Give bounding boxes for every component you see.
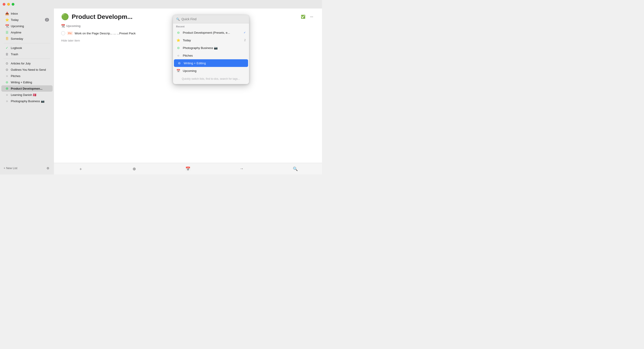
new-list-label: + New List: [4, 166, 17, 170]
qf-item-label: Upcoming: [183, 69, 246, 72]
circle-green-icon: ⊖: [176, 30, 181, 35]
divider: [4, 59, 50, 59]
sidebar-item-label: Anytime: [11, 31, 21, 34]
divider: [4, 43, 50, 43]
main-content: 🟢 Product Developm... ✅ ··· 📆 Upcoming F…: [54, 8, 322, 174]
qf-item-label: Today: [183, 39, 242, 42]
calendar-red-icon: 📅: [176, 68, 181, 73]
sidebar-item-upcoming[interactable]: 📆 Upcoming: [1, 23, 52, 29]
sidebar-item-label: Inbox: [11, 12, 18, 15]
arrow-right-icon: →: [240, 166, 244, 171]
star-icon: ⭐: [5, 18, 9, 22]
sidebar-item-articles-july[interactable]: ⊙ Articles for July: [1, 60, 52, 66]
plus-icon: ＋: [79, 166, 83, 172]
filter-icon[interactable]: ⚙: [45, 166, 51, 171]
qf-item-badge: 2: [244, 39, 246, 42]
dot-icon: ⊙: [5, 68, 9, 72]
sidebar: 📥 Inbox ⭐ Today 2 📆 Upcoming ☰ Anytime 🗄…: [0, 8, 54, 174]
calendar-icon: 📆: [61, 24, 65, 28]
sidebar-item-label: Articles for July: [11, 62, 30, 65]
page-title: Product Developm...: [72, 13, 132, 20]
qf-item-today[interactable]: ⭐ Today 2: [173, 36, 249, 44]
circle-green-icon: ⊖: [176, 45, 181, 50]
anytime-icon: ☰: [5, 30, 9, 34]
quick-find-popup: 🔍 Recent ⊖ Product Development (Presets,…: [173, 15, 249, 84]
dot-icon: ⊙: [5, 61, 9, 65]
search-button[interactable]: 🔍: [291, 164, 300, 173]
sidebar-item-inbox[interactable]: 📥 Inbox: [1, 10, 52, 17]
qf-item-writing-editing[interactable]: ⊖ Writing + Editing: [174, 59, 248, 67]
sidebar-item-photography-business[interactable]: ○ Photography Business 📷: [1, 98, 52, 104]
quick-find-hint: Quickly switch lists, find to-dos, searc…: [173, 74, 249, 84]
trash-icon: 🗑: [5, 52, 9, 56]
sidebar-item-label: Upcoming: [11, 24, 24, 28]
search-row: 🔍: [173, 15, 249, 23]
sidebar-item-outlines[interactable]: ⊙ Outlines You Need to Send: [1, 66, 52, 73]
star-icon: ⭐: [176, 38, 181, 42]
qf-item-upcoming[interactable]: 📅 Upcoming: [173, 67, 249, 74]
sidebar-item-logbook[interactable]: ✓ Logbook: [1, 45, 52, 51]
circle-icon: ○: [5, 93, 9, 97]
circle-outline-icon: ○: [176, 53, 181, 58]
things-icon: ✅: [300, 14, 306, 20]
add-todo-button[interactable]: ＋: [76, 164, 85, 173]
calendar-view-button[interactable]: 📅: [183, 164, 192, 173]
sidebar-item-label: Trash: [11, 52, 18, 56]
header-actions: ✅ ···: [300, 14, 315, 20]
sidebar-item-label: Photography Business 📷: [11, 99, 44, 103]
sidebar-item-label: Today: [11, 18, 19, 21]
new-list-button[interactable]: + New List: [3, 165, 18, 171]
sidebar-item-learning-danish[interactable]: ○ Learning Danish 🇩🇰: [1, 92, 52, 98]
circle-filled-icon: ⊖: [5, 86, 9, 90]
upcoming-icon: 📆: [5, 24, 9, 28]
sidebar-item-label: Outlines You Need to Send: [11, 68, 46, 71]
search-icon: 🔍: [293, 166, 298, 171]
circle-plus-icon: ⊕: [132, 166, 136, 171]
task-text: Work on the Page Descrip... ... ...Prese…: [74, 32, 136, 35]
someday-icon: 🗄: [5, 37, 9, 41]
sidebar-item-pitches[interactable]: ○ Pitches: [1, 73, 52, 79]
qf-item-label: Product Development (Presets, e...: [183, 31, 241, 34]
forward-button[interactable]: →: [237, 164, 246, 173]
sidebar-item-today[interactable]: ⭐ Today 2: [1, 17, 52, 23]
circle-filled-icon: ⊖: [5, 80, 9, 84]
qf-item-photography-business[interactable]: ⊖ Photography Business 📷: [173, 44, 249, 52]
recent-label: Recent: [173, 23, 249, 29]
qf-item-label: Photography Business 📷: [183, 46, 246, 50]
titlebar: [0, 0, 322, 8]
maximize-button[interactable]: [12, 3, 14, 5]
circle-green-icon: ⊖: [177, 61, 182, 65]
inbox-icon: 📥: [5, 11, 9, 15]
minimize-button[interactable]: [7, 3, 10, 5]
search-icon: 🔍: [176, 17, 180, 21]
sidebar-item-product-development[interactable]: ⊖ Product Developmen...: [1, 85, 52, 92]
check-icon: ✓: [244, 31, 246, 34]
sidebar-item-label: Logbook: [11, 46, 22, 50]
sidebar-item-label: Product Developmen...: [11, 87, 42, 90]
bottom-toolbar: ＋ ⊕ 📅 → 🔍: [54, 163, 322, 174]
close-button[interactable]: [3, 3, 6, 5]
quick-find-input[interactable]: [182, 17, 246, 21]
calendar-icon: 📅: [186, 166, 190, 171]
sidebar-item-label: Learning Danish 🇩🇰: [11, 93, 36, 97]
sidebar-item-label: Writing + Editing: [11, 81, 32, 84]
sidebar-item-trash[interactable]: 🗑 Trash: [1, 51, 52, 57]
project-icon: 🟢: [61, 13, 69, 20]
sidebar-item-someday[interactable]: 🗄 Someday: [1, 35, 52, 42]
sidebar-item-anytime[interactable]: ☰ Anytime: [1, 29, 52, 35]
add-project-button[interactable]: ⊕: [130, 164, 139, 173]
sidebar-item-label: Someday: [11, 37, 23, 40]
more-options-button[interactable]: ···: [308, 14, 315, 20]
sidebar-item-label: Pitches: [11, 74, 20, 78]
qf-item-product-development[interactable]: ⊖ Product Development (Presets, e... ✓: [173, 29, 249, 36]
task-checkbox[interactable]: [61, 31, 65, 35]
today-badge: 2: [45, 18, 49, 21]
qf-item-label: Pitches: [183, 54, 246, 57]
sidebar-item-writing-editing[interactable]: ⊖ Writing + Editing: [1, 79, 52, 85]
qf-item-label: Writing + Editing: [184, 61, 245, 65]
logbook-icon: ✓: [5, 46, 9, 50]
circle-icon: ○: [5, 74, 9, 78]
task-tag: Fri: [67, 31, 73, 35]
circle-icon: ○: [5, 99, 9, 103]
qf-item-pitches[interactable]: ○ Pitches: [173, 52, 249, 59]
